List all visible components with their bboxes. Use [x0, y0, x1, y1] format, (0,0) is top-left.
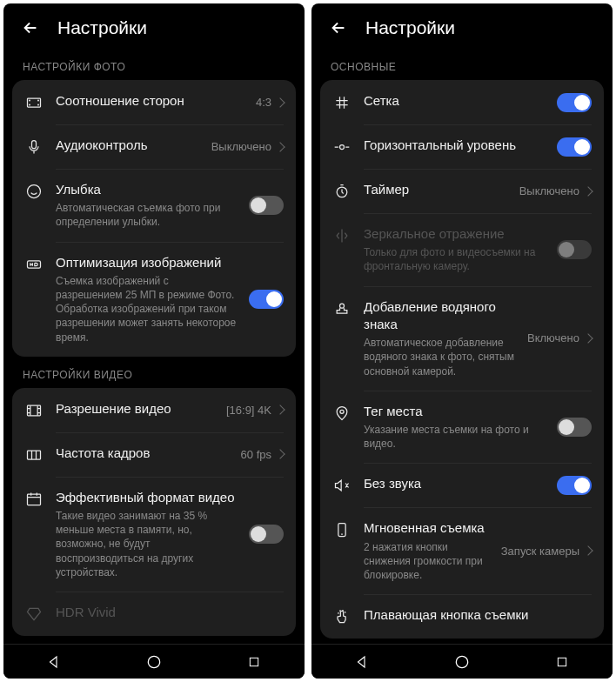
page-title: Настройки	[365, 17, 455, 38]
back-icon[interactable]	[329, 18, 348, 37]
smile-row[interactable]: УлыбкаАвтоматическая съемка фото при опр…	[12, 169, 296, 242]
mute-toggle[interactable]	[557, 476, 592, 495]
aspect-icon	[24, 93, 44, 112]
level-toggle[interactable]	[557, 137, 592, 157]
hd-icon	[24, 255, 44, 274]
hd-toggle[interactable]	[249, 290, 284, 309]
fps-label: Частота кадров	[56, 445, 229, 462]
film-icon	[24, 401, 44, 420]
phone-left: Настройки НАСТРОЙКИ ФОТО Соотношение сто…	[3, 3, 305, 679]
svg-point-4	[38, 104, 39, 105]
chevron-right-icon	[275, 97, 285, 107]
mirror-toggle	[557, 240, 592, 259]
audio-label: Аудиоконтроль	[56, 137, 199, 154]
calendar-icon	[24, 490, 44, 509]
chevron-right-icon	[583, 546, 593, 556]
nav-home-icon[interactable]	[142, 650, 166, 674]
smile-toggle[interactable]	[249, 196, 284, 215]
nav-back-icon[interactable]	[350, 650, 374, 674]
water-desc: Автоматическое добавление водяного знака…	[364, 336, 515, 378]
float-label: Плавающая кнопка съемки	[364, 606, 592, 624]
hdr-label: HDR Vivid	[56, 604, 284, 621]
float-row[interactable]: Плавающая кнопка съемки	[320, 594, 604, 639]
grid-label: Сетка	[364, 92, 545, 110]
eff-desc: Такие видео занимают на 35 % меньше мест…	[56, 509, 237, 579]
svg-rect-10	[28, 494, 41, 505]
svg-point-18	[456, 656, 467, 667]
section-photo: НАСТРОЙКИ ФОТО	[3, 49, 305, 80]
chevron-right-icon	[275, 405, 285, 415]
video-res-row[interactable]: Разрешение видео [16:9] 4K	[12, 388, 296, 432]
phone-right: Настройки ОСНОВНЫЕ Сетка Горизонтальный …	[311, 3, 613, 679]
nav-home-icon[interactable]	[450, 650, 474, 674]
timer-row[interactable]: Таймер Выключено	[320, 169, 604, 213]
quick-value: Запуск камеры	[501, 545, 579, 558]
mirror-label: Зеркальное отражение	[364, 225, 545, 243]
timer-value: Выключено	[519, 184, 579, 197]
grid-row[interactable]: Сетка	[320, 80, 604, 124]
smile-label: Улыбка	[56, 181, 237, 198]
audio-control-row[interactable]: Аудиоконтроль Выключено	[12, 124, 296, 169]
nav-recent-icon[interactable]	[550, 650, 574, 674]
mute-label: Без звука	[364, 475, 545, 492]
mute-icon	[332, 476, 352, 495]
nav-back-icon[interactable]	[42, 650, 66, 674]
quick-desc: 2 нажатия кнопки снижения громкости при …	[364, 540, 489, 583]
mirror-desc: Только для фото и видеосъемки на фронтал…	[364, 245, 545, 273]
svg-point-6	[28, 185, 41, 198]
hd-row[interactable]: Оптимизация изображенийСъемка изображени…	[12, 242, 296, 357]
efficient-row[interactable]: Эффективный формат видеоТакие видео зани…	[12, 477, 296, 592]
svg-rect-12	[251, 658, 258, 665]
diamond-icon	[24, 605, 44, 624]
hd-desc: Съемка изображений с разрешением 25 МП в…	[56, 274, 237, 344]
video-card: Разрешение видео [16:9] 4K Частота кадро…	[12, 388, 296, 636]
geo-toggle[interactable]	[557, 418, 592, 437]
audio-value: Выключено	[211, 140, 271, 153]
touch-icon	[332, 607, 352, 626]
aspect-ratio-row[interactable]: Соотношение сторон 4:3	[12, 80, 296, 124]
watermark-row[interactable]: Добавление водяного знакаАвтоматическое …	[320, 286, 604, 391]
stamp-icon	[332, 299, 352, 318]
svg-point-13	[340, 145, 345, 150]
mirror-row: Зеркальное отражениеТолько для фото и ви…	[320, 213, 604, 286]
smile-icon	[24, 182, 44, 201]
section-main: ОСНОВНЫЕ	[311, 49, 613, 80]
nav-recent-icon[interactable]	[242, 650, 266, 674]
level-label: Горизонтальный уровень	[364, 137, 545, 154]
frames-icon	[24, 445, 44, 465]
eff-label: Эффективный формат видео	[56, 489, 237, 506]
smile-desc: Автоматическая съемка фото при определен…	[56, 201, 237, 229]
aspect-value: 4:3	[256, 96, 271, 109]
svg-rect-8	[28, 405, 41, 416]
grid-icon	[332, 93, 352, 112]
fps-value: 60 fps	[241, 448, 271, 461]
header: Настройки	[311, 3, 613, 49]
mute-row[interactable]: Без звука	[320, 463, 604, 507]
location-icon	[332, 404, 352, 423]
fps-row[interactable]: Частота кадров 60 fps	[12, 432, 296, 477]
water-label: Добавление водяного знака	[364, 298, 515, 334]
level-icon	[332, 137, 352, 157]
chevron-right-icon	[275, 450, 285, 459]
quick-label: Мгновенная съемка	[364, 519, 489, 537]
svg-point-1	[30, 100, 30, 101]
svg-point-11	[148, 656, 159, 667]
grid-toggle[interactable]	[557, 93, 592, 112]
chevron-right-icon	[583, 333, 593, 343]
svg-rect-5	[32, 141, 37, 149]
level-row[interactable]: Горизонтальный уровень	[320, 124, 604, 169]
mic-icon	[24, 137, 44, 157]
back-icon[interactable]	[21, 18, 40, 37]
geo-desc: Указание места съемки на фото и видео.	[364, 423, 545, 451]
geo-label: Тег места	[364, 403, 545, 420]
svg-rect-19	[559, 658, 566, 665]
svg-point-16	[340, 410, 344, 413]
header: Настройки	[3, 3, 305, 49]
vres-label: Разрешение видео	[56, 400, 214, 418]
vres-value: [16:9] 4K	[226, 404, 271, 417]
eff-toggle[interactable]	[249, 525, 284, 544]
mirror-icon	[332, 226, 352, 245]
quick-row[interactable]: Мгновенная съемка2 нажатия кнопки снижен…	[320, 507, 604, 594]
geo-row[interactable]: Тег местаУказание места съемки на фото и…	[320, 391, 604, 464]
svg-point-2	[30, 104, 30, 105]
